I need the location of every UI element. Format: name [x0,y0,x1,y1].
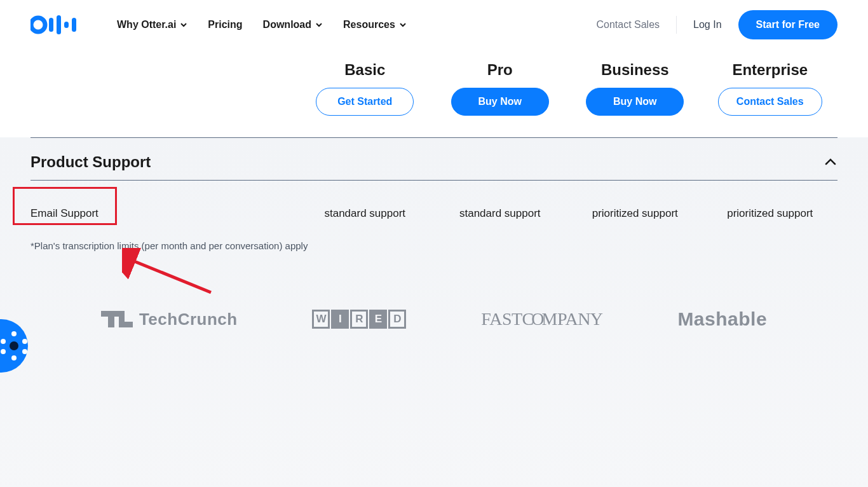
svg-rect-4 [72,18,76,32]
svg-rect-7 [108,311,114,327]
svg-rect-1 [49,18,53,32]
chevron-down-icon [180,21,187,29]
plan-pro: Pro Buy Now [433,61,568,116]
fastco-part: MPANY [542,309,603,329]
svg-rect-3 [64,22,69,28]
press-logos: TechCrunch WIRED FASTCOMPANY Mashable [31,308,837,330]
plan-name: Pro [487,61,513,79]
plan-name: Enterprise [732,61,808,79]
contact-sales-link[interactable]: Contact Sales [596,19,660,31]
row-label-wrap: Email Support [31,207,297,220]
value-basic: standard support [297,207,433,220]
chevron-up-icon [824,155,837,169]
start-free-button[interactable]: Start for Free [738,10,837,39]
wired-letter: D [388,310,406,329]
nav-label: Download [263,19,311,31]
main-nav: Why Otter.ai Pricing Download Resources [117,19,596,31]
annotation-highlight [13,187,117,225]
header-right: Contact Sales Log In Start for Free [596,10,837,39]
contact-sales-button[interactable]: Contact Sales [718,88,822,116]
plan-bar: Basic Get Started Pro Buy Now Best Value… [0,50,868,134]
press-label: TechCrunch [139,310,238,329]
chevron-down-icon [315,21,323,29]
press-fastcompany: FASTCOMPANY [481,309,602,329]
wired-letter: E [369,310,387,329]
chevron-down-icon [399,21,407,29]
buy-now-button[interactable]: Buy Now [586,88,684,116]
nav-pricing[interactable]: Pricing [208,19,242,31]
nav-resources[interactable]: Resources [343,19,407,31]
plan-business: Best Value Business Buy Now [567,61,703,116]
otter-logo[interactable] [31,15,81,34]
fastco-part: O [531,309,541,329]
section-title: Product Support [31,153,151,171]
nav-label: Pricing [208,19,242,31]
plan-basic: Basic Get Started [297,61,433,116]
wired-letter: W [312,310,330,329]
feature-row-email-support: Email Support standard support standard … [31,181,837,238]
footnote: *Plan's transcription limits (per month … [31,238,837,308]
svg-point-0 [31,18,45,32]
nav-label: Resources [343,19,395,31]
value-enterprise: prioritized support [703,207,838,220]
wired-letter: I [331,310,349,329]
fastco-part: FAST [481,309,522,329]
nav-why-otter[interactable]: Why Otter.ai [117,19,187,31]
value-business: prioritized support [567,207,703,220]
press-techcrunch: TechCrunch [101,310,238,329]
accessibility-icon [1,333,27,359]
nav-download[interactable]: Download [263,19,323,31]
fastco-part: C [522,309,532,329]
row-values: standard support standard support priori… [297,207,837,220]
nav-label: Why Otter.ai [117,19,176,31]
section-product-support[interactable]: Product Support [31,138,837,180]
login-link[interactable]: Log In [693,19,721,31]
value-pro: standard support [433,207,568,220]
divider [676,16,677,34]
get-started-button[interactable]: Get Started [316,88,414,116]
plan-name: Business [601,61,669,79]
wired-letter: R [350,310,368,329]
plan-enterprise: Enterprise Contact Sales [703,61,838,116]
svg-rect-2 [57,15,61,34]
plan-spacer [31,61,297,116]
plan-name: Basic [344,61,385,79]
content: Product Support Email Support standard s… [0,137,868,487]
buy-now-button[interactable]: Buy Now [451,88,549,116]
plans: Basic Get Started Pro Buy Now Best Value… [297,61,837,116]
header: Why Otter.ai Pricing Download Resources … [0,0,868,50]
press-wired: WIRED [312,310,406,329]
svg-rect-9 [119,311,125,327]
press-mashable: Mashable [677,308,767,330]
